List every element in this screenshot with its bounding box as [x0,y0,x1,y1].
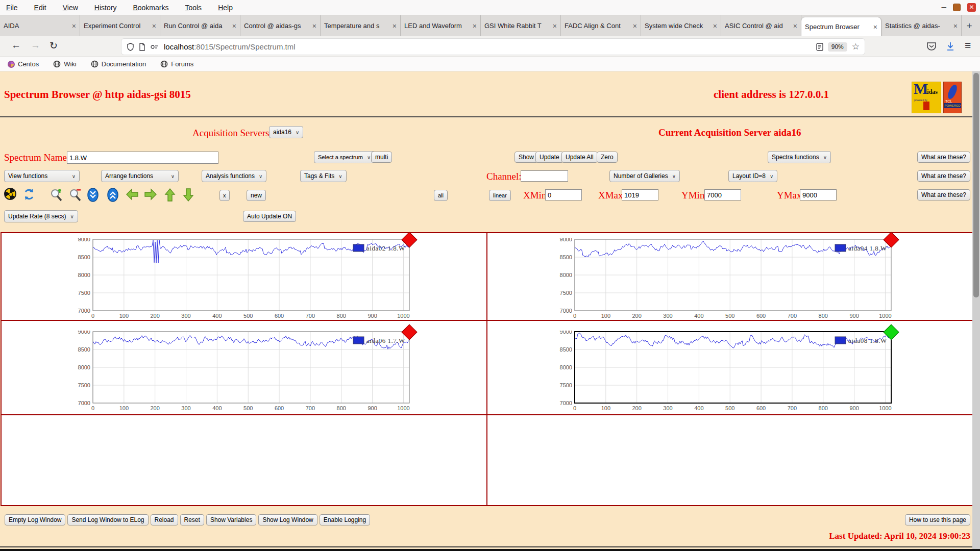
tab-close-icon[interactable]: × [873,23,877,31]
update-rate-dropdown[interactable]: Update Rate (8 secs)∨ [4,210,78,222]
analysis-functions-dropdown[interactable]: Analysis functions∨ [202,170,266,182]
maximize-button[interactable] [953,4,961,11]
ymin-input[interactable] [704,189,741,201]
tab-spectrum-browser[interactable]: Spectrum Browser× [801,17,881,36]
permissions-icon[interactable] [150,43,159,51]
spectrum-plot-aida02-1-8-W[interactable]: 9000850080007500700001002003004005006007… [72,238,420,320]
linear-button[interactable]: linear [489,190,511,201]
menu-view[interactable]: View [63,4,78,12]
back-icon[interactable]: ← [11,40,21,51]
plot-cell-1[interactable]: 9000850080007500700001002003004005006007… [2,233,487,321]
spectra-functions-dropdown[interactable]: Spectra functions∨ [768,151,831,163]
tab-close-icon[interactable]: × [633,22,637,30]
menu-history[interactable]: History [94,4,117,12]
minimize-button[interactable]: – [942,2,946,12]
empty-gallery-cell[interactable] [487,415,978,505]
select-spectrum-dropdown[interactable]: Select a spectrum∨ [314,151,375,163]
menu-help[interactable]: Help [218,4,233,12]
menu-tools[interactable]: Tools [185,4,202,12]
acquisition-server-select[interactable]: aida16∨ [269,126,303,138]
scrollbar[interactable] [972,71,980,549]
tab-control-aidas-gs[interactable]: Control @ aidas-gs× [240,15,321,36]
channel-input[interactable] [521,170,568,182]
empty-gallery-cell[interactable] [2,415,487,505]
arrow-up-icon[interactable] [164,188,176,202]
tab-close-icon[interactable]: × [953,22,958,30]
menu-edit[interactable]: Edit [34,4,46,12]
update-all-button[interactable]: Update All [561,152,598,163]
new-tab-button[interactable]: + [962,15,977,36]
view-functions-dropdown[interactable]: View functions∨ [4,170,80,182]
midas-logo[interactable]: Midas powered by [912,82,941,113]
forward-icon[interactable]: → [31,40,40,51]
tab-close-icon[interactable]: × [393,22,397,30]
how-to-use-button[interactable]: How to use this page [905,514,970,525]
zero-button[interactable]: Zero [597,152,618,163]
bookmark-forums[interactable]: Forums [160,60,193,68]
tab-run-control-aida[interactable]: Run Control @ aida× [160,15,240,36]
hamburger-menu-icon[interactable]: ≡ [965,39,971,52]
show-log-window-button[interactable]: Show Log Window [258,514,317,525]
what-are-these-button-1[interactable]: What are these? [917,152,970,163]
layout-id-dropdown[interactable]: Layout ID=8∨ [728,170,777,182]
plot-cell-4[interactable]: 9000850080007500700001002003004005006007… [487,321,978,415]
zoom-level-badge[interactable]: 90% [828,42,847,52]
xmax-input[interactable] [622,189,658,201]
spectrum-plot-aida06-1-7-W[interactable]: 9000850080007500700001002003004005006007… [72,331,420,412]
plot-cell-2[interactable]: 9000850080007500700001002003004005006007… [487,233,978,321]
arrow-left-icon[interactable] [126,188,139,201]
spectrum-plot-aida08-1-8-W[interactable]: 9000850080007500700001002003004005006007… [554,331,901,412]
bookmark-wiki[interactable]: Wiki [53,60,77,68]
collapse-vertical-icon[interactable] [87,188,99,202]
spectrum-name-input[interactable] [67,152,218,164]
refresh-icon[interactable] [22,188,36,201]
arrow-down-icon[interactable] [183,188,194,202]
tab-close-icon[interactable]: × [473,22,477,30]
what-are-these-button-3[interactable]: What are these? [917,189,970,201]
tab-experiment-control[interactable]: Experiment Control× [80,15,160,36]
url-text[interactable]: localhost:8015/Spectrum/Spectrum.tml [164,42,812,51]
tab-temperature-and-s[interactable]: Temperature and s× [321,15,401,36]
page-icon[interactable] [139,43,145,51]
what-are-these-button-2[interactable]: What are these? [917,170,970,182]
update-button[interactable]: Update [535,152,564,163]
tab-close-icon[interactable]: × [553,22,557,30]
tab-close-icon[interactable]: × [713,22,717,30]
show-button[interactable]: Show [514,152,538,163]
close-button[interactable]: ✕ [967,3,976,12]
xmin-input[interactable] [545,189,582,201]
scrollbar-thumb[interactable] [973,73,979,297]
arrange-functions-dropdown[interactable]: Arrange functions∨ [101,170,179,182]
tab-system-wide-check[interactable]: System wide Check× [641,15,721,36]
reload-icon[interactable]: ↻ [50,40,58,52]
tab-close-icon[interactable]: × [793,22,797,30]
zoom-out-icon[interactable] [68,188,82,202]
tab-asic-control-aid[interactable]: ASIC Control @ aid× [721,15,801,36]
empty-log-window-button[interactable]: Empty Log Window [5,514,65,525]
tab-led-and-waveform[interactable]: LED and Waveform× [401,15,481,36]
arrow-right-icon[interactable] [144,188,157,201]
number-of-galleries-dropdown[interactable]: Number of Galleries∨ [609,170,680,182]
spectrum-plot-aida04-1-8-W[interactable]: 9000850080007500700001002003004005006007… [554,238,901,320]
ymax-input[interactable] [800,189,837,201]
show-variables-button[interactable]: Show Variables [206,514,257,525]
enable-logging-button[interactable]: Enable Logging [320,514,370,525]
bookmark-star-icon[interactable]: ☆ [852,41,860,52]
zoom-in-icon[interactable] [49,188,63,202]
all-button[interactable]: all [434,190,448,201]
pocket-icon[interactable] [926,42,937,51]
tab-close-icon[interactable]: × [232,22,236,30]
bookmark-documentation[interactable]: Documentation [91,60,146,68]
tab-fadc-align-cont[interactable]: FADC Align & Cont× [561,15,641,36]
x-axis-button[interactable]: x [219,190,230,201]
url-bar[interactable]: localhost:8015/Spectrum/Spectrum.tml 90%… [121,38,865,55]
auto-update-button[interactable]: Auto Update ON [243,211,296,222]
menu-file[interactable]: File [6,4,18,12]
reader-mode-icon[interactable] [816,43,823,51]
tab-aida[interactable]: AIDA× [0,15,80,36]
expand-vertical-icon[interactable] [107,188,119,202]
tab-statistics-aidas-[interactable]: Statistics @ aidas-× [881,15,962,36]
download-icon[interactable] [946,41,955,52]
tcl-powered-logo[interactable]: TCL POWERED [943,82,962,113]
radioactive-icon[interactable] [4,188,16,200]
